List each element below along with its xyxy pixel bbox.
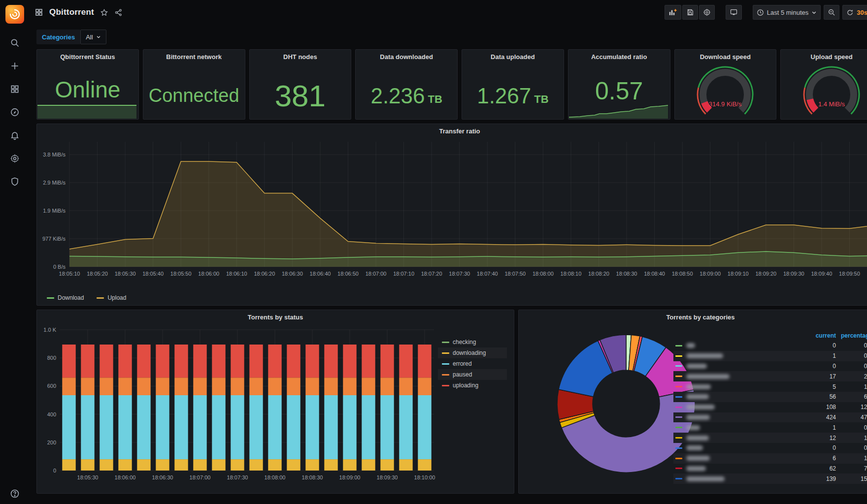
panel-title: Accumulated ratio	[568, 50, 670, 63]
current-value: 108	[804, 404, 836, 410]
svg-text:18:07:40: 18:07:40	[477, 271, 498, 277]
create-plus-icon[interactable]	[9, 61, 20, 71]
transfer-ratio-chart[interactable]: 0 B/s977 KiB/s1.9 MiB/s2.9 MiB/s3.8 MiB/…	[37, 138, 867, 288]
sidebar	[0, 0, 30, 504]
svg-text:18:09:50: 18:09:50	[839, 271, 860, 277]
network-value: Connected	[143, 72, 245, 119]
dashboard-settings-button[interactable]	[699, 5, 715, 20]
svg-text:2.9 MiB/s: 2.9 MiB/s	[43, 180, 66, 186]
save-dashboard-button[interactable]	[682, 5, 698, 20]
panel-title: Torrents by categories	[519, 310, 867, 324]
server-admin-shield-icon[interactable]	[9, 176, 20, 187]
star-icon[interactable]	[100, 8, 108, 17]
panel-title: Data downloaded	[356, 50, 457, 63]
torrents-by-categories-table: current percentage 0 0% 1 0% 0 0% 17 2% …	[673, 331, 867, 484]
svg-text:18:09:40: 18:09:40	[811, 271, 832, 277]
legend-color-dash	[675, 468, 682, 469]
svg-text:600: 600	[47, 383, 56, 389]
svg-text:18:07:50: 18:07:50	[504, 271, 526, 277]
legend-item-uploading[interactable]: uploading	[438, 380, 507, 391]
torrents-by-status-chart[interactable]: 02004006008001.0 K18:05:3018:06:0018:06:…	[37, 324, 438, 487]
legend-item-download[interactable]: Download	[47, 294, 84, 301]
legend-color-dash	[675, 365, 682, 367]
svg-text:18:06:10: 18:06:10	[226, 271, 247, 277]
svg-text:18:06:00: 18:06:00	[198, 271, 219, 277]
percentage-value: 1%	[836, 383, 867, 390]
percentage-value: 7%	[836, 465, 867, 472]
legend-color-dash	[442, 385, 449, 386]
current-value: 0	[804, 444, 836, 451]
svg-text:18:05:20: 18:05:20	[87, 271, 108, 277]
panel-title: Upload speed	[781, 50, 867, 63]
header-current[interactable]: current	[804, 332, 836, 339]
time-range-picker[interactable]: Last 5 minutes	[753, 5, 821, 20]
legend-item-downloading[interactable]: downloading	[438, 347, 507, 358]
dashboard-grid-icon[interactable]	[34, 8, 43, 17]
svg-text:18:07:00: 18:07:00	[190, 474, 211, 480]
blurred-category-name	[686, 343, 695, 348]
table-row: 139 15%	[673, 473, 867, 484]
help-icon[interactable]	[9, 488, 20, 499]
blurred-category-name	[686, 405, 715, 410]
svg-text:18:08:30: 18:08:30	[616, 271, 637, 277]
panel-bittorrent-network: Bittorrent network Connected	[143, 49, 245, 120]
current-value: 17	[804, 373, 836, 380]
svg-text:18:09:30: 18:09:30	[783, 271, 804, 277]
alerting-bell-icon[interactable]	[9, 130, 20, 141]
legend-item-checking[interactable]: checking	[438, 337, 507, 347]
chevron-down-icon	[811, 10, 817, 15]
panel-data-downloaded: Data downloaded 2.236TB	[355, 49, 458, 120]
panel-transfer-ratio: Transfer ratio 0 B/s977 KiB/s1.9 MiB/s2.…	[36, 124, 867, 306]
percentage-value: 1%	[836, 455, 867, 462]
search-icon[interactable]	[9, 37, 20, 48]
add-panel-button[interactable]	[665, 5, 681, 20]
legend-color-dash	[675, 437, 682, 439]
categories-variable-value[interactable]: All	[80, 30, 106, 44]
legend-color-dash	[97, 297, 104, 299]
svg-text:18:08:00: 18:08:00	[265, 474, 286, 480]
share-icon[interactable]	[114, 8, 123, 17]
kiosk-tv-button[interactable]	[726, 5, 742, 20]
header-percentage[interactable]: percentage	[836, 332, 867, 339]
panel-title: DHT nodes	[250, 50, 351, 63]
percentage-value: 0%	[836, 363, 867, 370]
percentage-value: 0%	[836, 444, 867, 451]
svg-text:400: 400	[47, 411, 56, 417]
svg-text:18:07:20: 18:07:20	[421, 271, 442, 277]
legend-item-errored[interactable]: errored	[438, 358, 507, 369]
top-navbar: Qbittorrent Last 5 minutes	[30, 0, 867, 25]
data-uploaded-value: 1.267TB	[462, 72, 564, 119]
svg-text:200: 200	[47, 440, 56, 445]
refresh-button[interactable]: 30s	[842, 5, 867, 20]
current-value: 62	[804, 465, 836, 472]
legend-item-paused[interactable]: paused	[438, 369, 507, 380]
categories-variable-label[interactable]: Categories	[36, 30, 80, 44]
percentage-value: 15%	[836, 475, 867, 482]
current-value: 5	[804, 383, 836, 390]
legend-color-dash	[675, 396, 682, 398]
explore-compass-icon[interactable]	[9, 107, 20, 118]
configuration-gear-icon[interactable]	[9, 153, 20, 164]
panel-title: Download speed	[675, 50, 776, 63]
torrents-by-status-legend: checkingdownloadingerroredpauseduploadin…	[438, 324, 507, 493]
download-speed-gauge: 314.9 KiB/s	[688, 64, 762, 119]
zoom-out-button[interactable]	[824, 5, 839, 20]
percentage-value: 0%	[836, 424, 867, 431]
dashboards-icon[interactable]	[9, 84, 20, 94]
blurred-category-name	[686, 374, 730, 379]
table-row: 1 0%	[673, 422, 867, 433]
table-header: current percentage	[673, 331, 867, 341]
svg-text:18:07:00: 18:07:00	[366, 271, 387, 277]
panel-torrents-by-status: Torrents by status 02004006008001.0 K18:…	[36, 310, 514, 494]
svg-text:314.9 KiB/s: 314.9 KiB/s	[709, 100, 742, 108]
dht-nodes-value: 381	[250, 72, 351, 119]
svg-text:18:08:40: 18:08:40	[644, 271, 665, 277]
legend-color-dash	[442, 342, 449, 343]
legend-color-dash	[442, 363, 449, 365]
svg-text:3.8 MiB/s: 3.8 MiB/s	[43, 152, 66, 158]
grafana-logo[interactable]	[5, 5, 24, 24]
percentage-value: 0%	[836, 342, 867, 349]
refresh-interval-label[interactable]: 30s	[857, 9, 867, 16]
percentage-value: 6%	[836, 393, 867, 400]
legend-item-upload[interactable]: Upload	[97, 294, 126, 301]
